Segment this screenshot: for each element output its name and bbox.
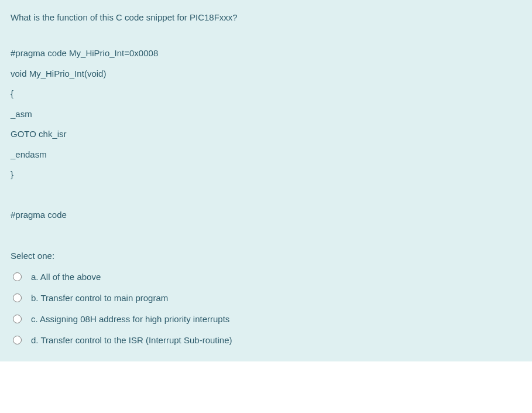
question-container: What is the function of this C code snip… bbox=[0, 0, 532, 361]
option-a: a. All of the above bbox=[11, 270, 521, 284]
radio-option-c[interactable] bbox=[13, 315, 22, 323]
code-line: { bbox=[11, 84, 521, 104]
option-label: c. Assigning 08H address for high priori… bbox=[28, 312, 229, 326]
radio-option-a[interactable] bbox=[13, 272, 22, 281]
option-c: c. Assigning 08H address for high priori… bbox=[11, 312, 521, 326]
option-label: a. All of the above bbox=[28, 270, 101, 284]
code-line: GOTO chk_isr bbox=[11, 124, 521, 145]
code-line: void My_HiPrio_Int(void) bbox=[11, 64, 521, 84]
code-line: #pragma code bbox=[11, 205, 521, 226]
radio-option-d[interactable] bbox=[13, 336, 22, 344]
code-line: _endasm bbox=[11, 145, 521, 165]
radio-option-b[interactable] bbox=[13, 293, 22, 302]
code-line: } bbox=[11, 165, 521, 185]
question-prompt: What is the function of this C code snip… bbox=[11, 11, 521, 25]
code-line bbox=[11, 185, 521, 206]
option-b: b. Transfer control to main program bbox=[11, 291, 521, 305]
option-d: d. Transfer control to the ISR (Interrup… bbox=[11, 333, 521, 347]
select-one-label: Select one: bbox=[11, 249, 521, 263]
code-line: #pragma code My_HiPrio_Int=0x0008 bbox=[11, 43, 521, 64]
code-line: _asm bbox=[11, 104, 521, 125]
options-list: a. All of the above b. Transfer control … bbox=[11, 270, 521, 347]
code-snippet: #pragma code My_HiPrio_Int=0x0008 void M… bbox=[11, 43, 521, 226]
option-label: d. Transfer control to the ISR (Interrup… bbox=[28, 333, 232, 347]
option-label: b. Transfer control to main program bbox=[28, 291, 168, 305]
